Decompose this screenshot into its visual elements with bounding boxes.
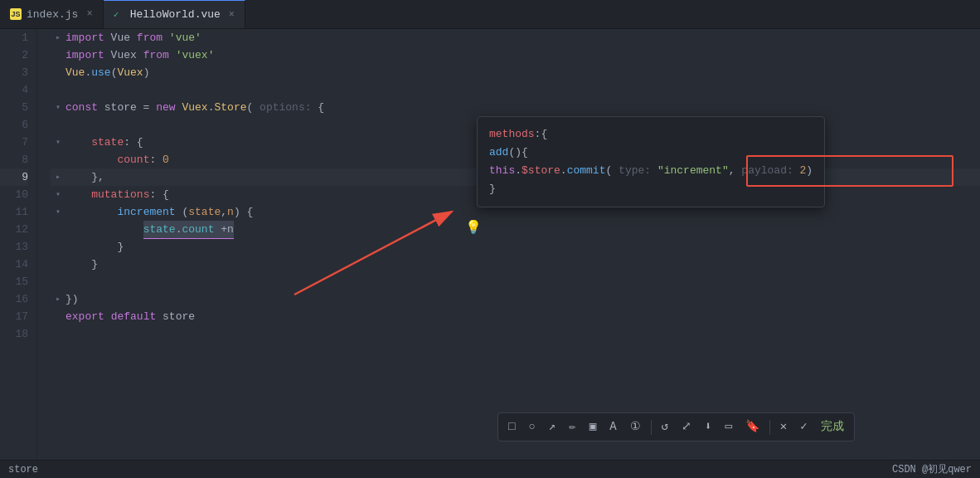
ln-16: 16 bbox=[0, 290, 28, 308]
tooltip-line-1: methods:{ bbox=[489, 125, 813, 144]
fold-9[interactable]: ▸ bbox=[56, 168, 61, 186]
lightbulb-icon[interactable]: 💡 bbox=[465, 220, 482, 237]
code-line-18 bbox=[51, 325, 980, 343]
tab-helloworld-vue-close[interactable]: × bbox=[229, 9, 235, 21]
ln-1: 1 bbox=[0, 29, 28, 46]
ln-15: 15 bbox=[0, 273, 28, 290]
gutter-11: ▾ bbox=[51, 203, 65, 221]
ln-18: 18 bbox=[0, 325, 28, 343]
gutter-10: ▾ bbox=[51, 186, 65, 203]
ln-8: 8 bbox=[0, 151, 28, 168]
ann-download-btn[interactable]: ⬇ bbox=[701, 417, 715, 437]
fold-11[interactable]: ▾ bbox=[56, 203, 61, 221]
fold-5[interactable]: ▾ bbox=[56, 99, 61, 116]
annotation-toolbar: □ ○ ↗ ✏ ▣ A ① ↺ ⤢ ⬇ ▭ 🔖 ✕ ✓ 完成 bbox=[497, 412, 855, 441]
line-numbers: 1 2 3 4 5 6 7 8 9 10 11 12 13 14 15 16 1… bbox=[0, 29, 37, 460]
status-left: store bbox=[8, 464, 38, 476]
ln-9: 9 bbox=[0, 168, 28, 186]
gutter-16: ▸ bbox=[51, 290, 65, 308]
ln-17: 17 bbox=[0, 308, 28, 325]
status-right: CSDN @初见qwer bbox=[892, 462, 972, 476]
gutter-7: ▾ bbox=[51, 134, 65, 151]
ann-text-btn[interactable]: A bbox=[606, 417, 619, 437]
ann-draw-btn[interactable]: ✏ bbox=[565, 417, 579, 437]
tab-helloworld-vue[interactable]: ✓ HelloWorld.vue × bbox=[104, 0, 245, 28]
editor-area: 1 2 3 4 5 6 7 8 9 10 11 12 13 14 15 16 1… bbox=[0, 29, 980, 460]
fold-16[interactable]: ▸ bbox=[56, 290, 61, 308]
code-line-5: ▾ const store = new Vuex.Store( options:… bbox=[51, 99, 980, 116]
ann-divider-2 bbox=[769, 420, 770, 435]
tab-index-js-close[interactable]: × bbox=[86, 8, 92, 20]
ln-5: 5 bbox=[0, 99, 28, 116]
code-line-14: } bbox=[51, 256, 980, 273]
js-icon: JS bbox=[10, 8, 22, 20]
fold-7[interactable]: ▾ bbox=[56, 134, 61, 151]
code-line-12: state.count +n bbox=[51, 221, 980, 238]
tooltip-line-3: this.$store.commit( type: "increment", p… bbox=[489, 162, 813, 180]
ann-circle-btn[interactable]: ○ bbox=[525, 417, 538, 437]
tab-helloworld-vue-label: HelloWorld.vue bbox=[130, 8, 221, 21]
code-line-2: import Vuex from 'vuex' bbox=[51, 46, 980, 64]
ann-bookmark-btn[interactable]: 🔖 bbox=[742, 417, 763, 437]
tab-index-js[interactable]: JS index.js × bbox=[0, 0, 104, 28]
code-line-17: export default store bbox=[51, 308, 980, 325]
code-line-3: Vue.use(Vuex) bbox=[51, 64, 980, 81]
app-container: JS index.js × ✓ HelloWorld.vue × 1 2 3 4… bbox=[0, 0, 980, 478]
ann-check-btn[interactable]: ✓ bbox=[797, 417, 810, 437]
ann-rect-btn[interactable]: □ bbox=[505, 417, 518, 437]
ann-mosaic-btn[interactable]: ▣ bbox=[586, 417, 599, 437]
code-line-4 bbox=[51, 81, 980, 99]
gutter-9: ▸ bbox=[51, 168, 65, 186]
tooltip-popup: methods:{ add(){ this.$store.commit( typ… bbox=[477, 116, 825, 207]
code-line-1: ▸ import Vue from 'vue' bbox=[51, 29, 980, 46]
gutter-5: ▾ bbox=[51, 99, 65, 116]
ann-done-btn[interactable]: 完成 bbox=[817, 417, 847, 437]
fold-1[interactable]: ▸ bbox=[56, 29, 61, 46]
ann-number-btn[interactable]: ① bbox=[627, 417, 644, 437]
ln-7: 7 bbox=[0, 134, 28, 151]
code-content[interactable]: ▸ import Vue from 'vue' import Vuex from… bbox=[37, 29, 980, 460]
code-line-13: } bbox=[51, 238, 980, 256]
ann-undo-btn[interactable]: ↺ bbox=[658, 417, 672, 437]
ann-resize-btn[interactable]: ⤢ bbox=[678, 417, 695, 437]
ln-6: 6 bbox=[0, 116, 28, 134]
status-bar: store CSDN @初见qwer bbox=[0, 460, 980, 478]
code-line-15 bbox=[51, 273, 980, 290]
ln-12: 12 bbox=[0, 221, 28, 238]
ann-clipboard-btn[interactable]: ▭ bbox=[721, 417, 735, 437]
fold-10[interactable]: ▾ bbox=[56, 186, 61, 203]
ann-cancel-btn[interactable]: ✕ bbox=[777, 417, 790, 437]
ann-divider-1 bbox=[651, 420, 652, 435]
ln-14: 14 bbox=[0, 256, 28, 273]
ln-10: 10 bbox=[0, 186, 28, 203]
ln-4: 4 bbox=[0, 81, 28, 99]
ln-11: 11 bbox=[0, 203, 28, 221]
ann-arrow-btn[interactable]: ↗ bbox=[546, 417, 559, 437]
code-line-16: ▸ }) bbox=[51, 290, 980, 308]
tab-index-js-label: index.js bbox=[27, 8, 78, 21]
vue-icon: ✓ bbox=[114, 9, 125, 21]
tooltip-line-4: } bbox=[489, 180, 813, 198]
ln-3: 3 bbox=[0, 64, 28, 81]
tooltip-line-2: add(){ bbox=[489, 144, 813, 162]
gutter-1: ▸ bbox=[51, 29, 65, 46]
ln-13: 13 bbox=[0, 238, 28, 256]
tab-bar: JS index.js × ✓ HelloWorld.vue × bbox=[0, 0, 980, 29]
ln-2: 2 bbox=[0, 46, 28, 64]
